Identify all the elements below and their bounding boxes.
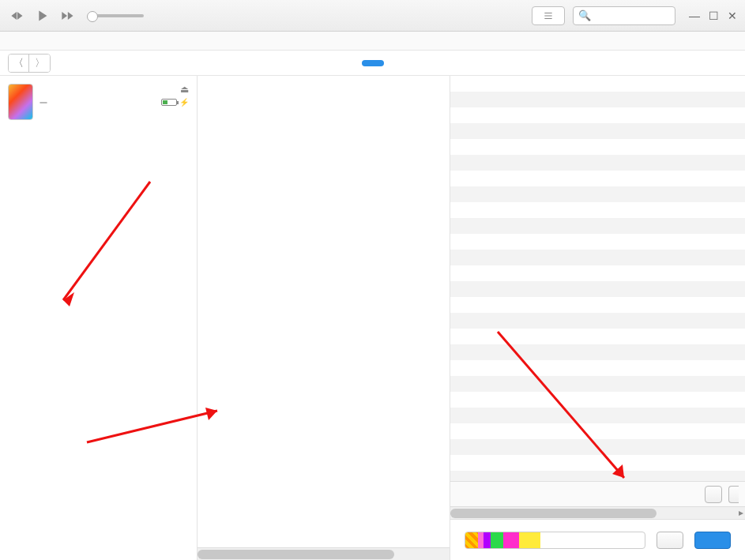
search-icon: 🔍: [578, 9, 591, 21]
window-controls: — ☐ ✕: [688, 9, 739, 22]
device-block: ⏏ ⚡: [0, 76, 197, 125]
sidebar-header-ondevice: [0, 142, 197, 150]
documents-area[interactable]: [450, 76, 745, 481]
volume-slider[interactable]: [88, 14, 144, 17]
battery-icon: [161, 99, 177, 106]
previous-button[interactable]: [6, 7, 27, 24]
battery-status: ⚡: [159, 98, 189, 107]
nav-row: 〈 〉: [0, 51, 745, 76]
search-field[interactable]: 🔍: [573, 6, 675, 25]
sync-button[interactable]: [657, 532, 683, 549]
done-button[interactable]: [694, 532, 731, 549]
eject-icon[interactable]: ⏏: [180, 84, 189, 95]
app-list-pane: [198, 76, 450, 560]
documents-hscroll[interactable]: ▸: [450, 506, 745, 519]
search-input[interactable]: [594, 10, 670, 21]
device-pill[interactable]: [362, 60, 384, 66]
menu-bar: [0, 32, 745, 51]
add-file-button[interactable]: [705, 486, 722, 503]
play-button[interactable]: [32, 7, 52, 24]
sidebar: ⏏ ⚡: [0, 76, 198, 560]
sidebar-header-settings: [0, 128, 197, 136]
device-capacity: [40, 102, 47, 103]
maximize-button[interactable]: ☐: [707, 9, 720, 22]
device-thumbnail: [8, 84, 33, 120]
app-list-hscroll[interactable]: [198, 547, 450, 560]
playback-controls: [6, 7, 144, 24]
title-bar: 🔍 — ☐ ✕: [0, 0, 745, 32]
documents-actions: [450, 481, 745, 506]
save-button[interactable]: [728, 486, 739, 503]
app-list[interactable]: [198, 76, 450, 547]
documents-pane: ▸: [450, 76, 745, 560]
close-button[interactable]: ✕: [726, 9, 739, 22]
footer-bar: [450, 519, 745, 560]
nav-forward-button[interactable]: 〉: [29, 54, 50, 72]
nav-arrows: 〈 〉: [8, 54, 51, 73]
next-button[interactable]: [57, 7, 77, 24]
nav-back-button[interactable]: 〈: [9, 54, 29, 72]
minimize-button[interactable]: —: [688, 9, 701, 22]
list-view-button[interactable]: [532, 6, 565, 25]
storage-bar: [465, 532, 645, 549]
